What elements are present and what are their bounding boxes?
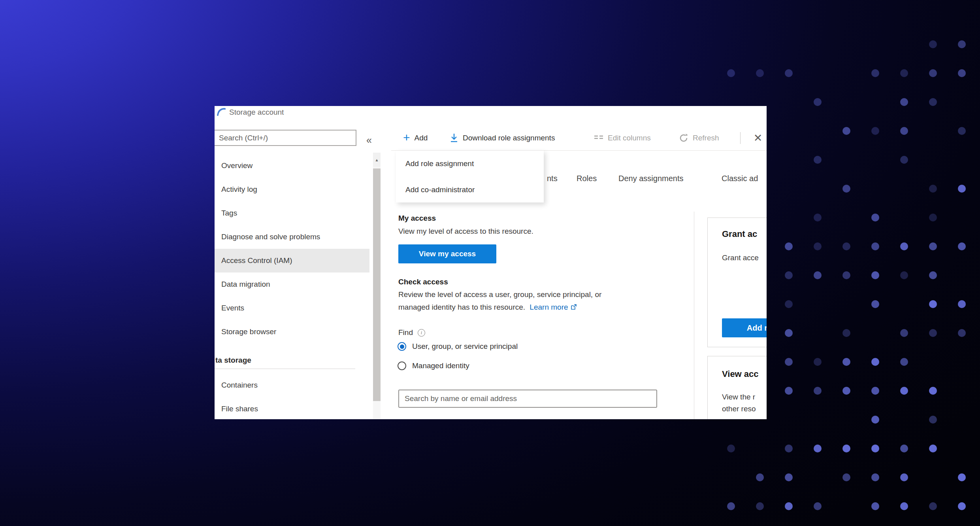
collapse-sidebar-icon[interactable]: « [366, 134, 372, 146]
background-dot [871, 445, 879, 452]
background-dot [727, 502, 735, 510]
sidebar-item-access-control-iam[interactable]: Access Control (IAM) [215, 249, 369, 272]
background-dot [900, 69, 908, 77]
download-role-assignments-button[interactable]: Download role assignments [450, 129, 555, 147]
view-access-card: View acc View the r other reso [707, 356, 767, 419]
refresh-button[interactable]: Refresh [679, 129, 719, 147]
background-dot [785, 242, 793, 250]
background-dot [842, 127, 850, 135]
sidebar-search-input[interactable] [215, 131, 356, 145]
add-role-assignment-card-button[interactable]: Add ro [722, 318, 767, 337]
background-dot [727, 69, 735, 77]
sidebar-item-containers[interactable]: Containers [215, 373, 369, 397]
radio-managed-identity[interactable]: Managed identity [398, 361, 469, 370]
background-dot [814, 242, 822, 250]
background-dot [756, 69, 764, 77]
add-button-label: Add [415, 134, 428, 142]
background-dot [929, 98, 937, 106]
background-dot [814, 214, 822, 221]
background-dot [842, 329, 850, 337]
sidebar-item-file-shares[interactable]: File shares [215, 397, 369, 419]
background-dot [871, 69, 879, 77]
background-dot [756, 502, 764, 510]
background-dot [929, 445, 937, 452]
content-divider [694, 212, 694, 419]
learn-more-link[interactable]: Learn more [530, 303, 576, 311]
view-access-title: View acc [722, 369, 759, 379]
background-dot [958, 69, 966, 77]
view-access-body-line2: other reso [722, 403, 756, 415]
background-dot [756, 473, 764, 481]
tab-deny-assignments[interactable]: Deny assignments [618, 174, 684, 186]
sidebar-item-tags[interactable]: Tags [215, 201, 369, 225]
background-dot [900, 445, 908, 452]
background-dot [785, 329, 793, 337]
sidebar-scrollbar[interactable]: ▲ [373, 153, 381, 419]
background-dot [958, 473, 966, 481]
background-dot [929, 40, 937, 48]
menu-item-add-co-administrator[interactable]: Add co-administrator [396, 177, 544, 203]
background-dot [958, 329, 966, 337]
background-dot [814, 502, 822, 510]
background-dot [727, 445, 735, 452]
menu-item-add-role-assignment[interactable]: Add role assignment [396, 151, 544, 177]
background-dot [842, 185, 850, 193]
background-dot [871, 416, 879, 424]
check-access-line2-text: managed identity has to this resource. [398, 303, 525, 311]
radio-label: User, group, or service principal [412, 342, 518, 351]
radio-user-group-service-principal[interactable]: User, group, or service principal [398, 342, 518, 351]
scrollbar-thumb[interactable] [373, 168, 381, 401]
background-dot [785, 387, 793, 395]
desktop-background: Storage account « ▲ Overview Activity lo… [0, 0, 980, 526]
background-dot [785, 69, 793, 77]
info-icon[interactable]: i [418, 329, 425, 337]
background-dot [785, 473, 793, 481]
background-dot [871, 242, 879, 250]
sidebar-search-box [215, 130, 356, 146]
close-icon[interactable]: ✕ [749, 129, 767, 147]
background-dot [929, 242, 937, 250]
edit-columns-icon [594, 134, 603, 142]
learn-more-label: Learn more [530, 303, 568, 311]
background-dot [842, 445, 850, 452]
background-dot [871, 214, 879, 221]
background-dot [871, 300, 879, 308]
background-dot [871, 387, 879, 395]
background-dot [929, 502, 937, 510]
edit-columns-button[interactable]: Edit columns [594, 129, 651, 147]
sidebar-item-diagnose[interactable]: Diagnose and solve problems [215, 225, 369, 249]
background-dot [929, 416, 937, 424]
tab-role-assignments-partial[interactable]: nts [547, 174, 558, 186]
sidebar-section-divider [215, 369, 355, 369]
sidebar-item-data-migration[interactable]: Data migration [215, 272, 369, 296]
sidebar-section-items: Containers File shares [215, 373, 369, 419]
sidebar-item-overview[interactable]: Overview [215, 154, 369, 178]
background-dot [842, 473, 850, 481]
tab-roles[interactable]: Roles [577, 174, 597, 186]
background-dot [929, 300, 937, 308]
toolbar-separator [740, 132, 741, 144]
background-dot [842, 358, 850, 366]
background-dot [900, 242, 908, 250]
find-search-input[interactable] [398, 390, 657, 408]
sidebar-item-storage-browser[interactable]: Storage browser [215, 320, 369, 344]
tab-classic-administrators-partial[interactable]: Classic ad [722, 174, 758, 186]
background-dot [958, 40, 966, 48]
sidebar-item-activity-log[interactable]: Activity log [215, 178, 369, 201]
background-dot [929, 69, 937, 77]
background-dot [785, 358, 793, 366]
add-button[interactable]: + Add [403, 129, 428, 147]
background-dot [900, 329, 908, 337]
background-dot [958, 185, 966, 193]
scrollbar-up-arrow-icon[interactable]: ▲ [373, 153, 381, 167]
background-dot [958, 300, 966, 308]
background-dot [871, 271, 879, 279]
background-dot [814, 271, 822, 279]
background-dot [929, 214, 937, 221]
sidebar-item-events[interactable]: Events [215, 296, 369, 320]
my-access-heading: My access [398, 214, 436, 223]
background-dot [814, 358, 822, 366]
background-dot [900, 98, 908, 106]
view-my-access-button[interactable]: View my access [398, 244, 496, 263]
background-dot [900, 473, 908, 481]
